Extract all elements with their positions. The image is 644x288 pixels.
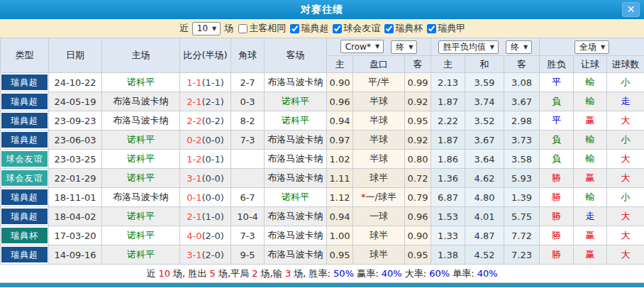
corners: 8-2 xyxy=(231,111,265,131)
fulltime-score: 4-0 xyxy=(187,231,201,241)
avg-home-odds: 2.22 xyxy=(431,111,465,131)
home-team: 诺科平 xyxy=(102,150,180,169)
avg-home-odds: 1.38 xyxy=(431,245,465,265)
handicap-line: 球半 xyxy=(370,230,388,240)
fulltime-score: 0-2 xyxy=(187,135,201,145)
league-super-checkbox[interactable] xyxy=(290,24,299,33)
filter-league-super[interactable]: 瑞典超 xyxy=(287,22,328,35)
dialog-title: 对赛往绩 xyxy=(301,4,343,16)
handicap-home-odds: 0.97 xyxy=(327,131,353,150)
fulltime-score: 0-1 xyxy=(187,192,201,203)
league-first-checkbox[interactable] xyxy=(427,24,436,33)
period-select[interactable]: 全场 xyxy=(574,40,609,54)
handicap-home-odds: 0.94 xyxy=(327,207,353,226)
avg-away-odds: 5.75 xyxy=(504,207,540,226)
home-team: 诺科平 xyxy=(102,73,180,92)
fulltime-score: 2-2 xyxy=(187,116,201,126)
bookmaker-select[interactable]: Crow* xyxy=(340,40,384,53)
wdl-result: 負 xyxy=(540,92,574,111)
handicap-home-odds: 1.12 xyxy=(327,188,353,207)
fulltime-score: 2-1 xyxy=(187,211,201,222)
handicap-result: 赢 xyxy=(574,169,607,188)
corners xyxy=(231,169,265,188)
avg-time-select[interactable]: 终 xyxy=(506,40,532,54)
col-header-date: 日期 xyxy=(49,38,102,73)
match-date: 14-09-16 xyxy=(49,245,102,265)
league-badge: 瑞典杯 xyxy=(1,228,48,243)
handicap-line: 球半 xyxy=(370,172,388,183)
summary-segment: 场,输 xyxy=(257,267,284,280)
avg-draw-odds: 4.52 xyxy=(465,245,504,265)
avg-draw-odds: 4.80 xyxy=(465,188,504,207)
score-cell: 0-1(0-0) xyxy=(180,188,231,207)
summary-segment: 2 xyxy=(252,268,257,279)
halftime-score: (0-1) xyxy=(201,154,223,165)
summary-segment: 赢率: xyxy=(354,267,382,280)
avg-odds-select[interactable]: 胜平负均值 xyxy=(438,40,499,54)
handicap-line-cell: 球半 xyxy=(353,245,405,265)
cup-checkbox[interactable] xyxy=(384,24,394,33)
goals-result: 大 xyxy=(607,207,644,226)
handicap-home-odds: 0.94 xyxy=(327,111,353,131)
avg-draw-odds: 3.74 xyxy=(465,92,504,111)
league-badge: 瑞典超 xyxy=(1,74,48,90)
match-date: 23-09-23 xyxy=(49,111,102,131)
away-team: 诺科平 xyxy=(265,188,327,207)
score-cell: 1-2(0-1) xyxy=(180,150,231,169)
fulltime-score: 3-1 xyxy=(187,250,201,260)
handicap-away-odds: 0.80 xyxy=(405,150,431,169)
fulltime-score: 1-2 xyxy=(187,154,201,165)
filter-cup[interactable]: 瑞典杯 xyxy=(382,22,423,35)
same-venue-checkbox[interactable] xyxy=(238,24,248,33)
league-type-cell: 球会友谊 xyxy=(1,150,49,169)
filter-club-friendly[interactable]: 球会友谊 xyxy=(330,22,380,35)
close-button[interactable]: ✕ xyxy=(622,2,640,17)
filter-bar: 近 10 场 主客相同 瑞典超 球会友谊 瑞典杯 瑞典甲 xyxy=(0,19,644,38)
avg-home-odds: 1.87 xyxy=(431,131,465,150)
league-type-cell: 瑞典杯 xyxy=(1,226,49,245)
avg-away-odds: 3.08 xyxy=(504,73,540,92)
handicap-line-cell: 球半 xyxy=(353,169,405,188)
cup-label: 瑞典杯 xyxy=(395,22,423,35)
handicap-home-odds: 1.11 xyxy=(327,169,353,188)
recent-count-select[interactable]: 10 xyxy=(192,22,221,35)
filter-same-venue[interactable]: 主客相同 xyxy=(235,22,286,35)
corners: 10-4 xyxy=(231,207,265,226)
avg-draw-odds: 3.64 xyxy=(465,150,504,169)
handicap-line-cell: 半球 xyxy=(353,150,405,169)
handicap-line-cell: *一/球半 xyxy=(353,188,405,207)
away-team: 布洛马波卡纳 xyxy=(265,226,327,245)
handicap-time-select[interactable]: 终 xyxy=(391,40,417,54)
wdl-result: 勝 xyxy=(540,245,574,265)
avg-draw-odds: 4.62 xyxy=(465,169,504,188)
table-row: 瑞典超 18-11-01 布洛马波卡纳 0-1(0-0) 6-7 诺科平 1.1… xyxy=(1,188,644,207)
score-cell: 2-1(2-1) xyxy=(180,92,231,111)
handicap-result: 輸 xyxy=(574,131,607,150)
filter-league-first[interactable]: 瑞典甲 xyxy=(424,22,465,35)
club-friendly-checkbox[interactable] xyxy=(333,24,342,33)
fulltime-score: 1-1 xyxy=(187,77,201,88)
handicap-result: 輸 xyxy=(574,73,607,92)
avg-away-odds: 3.58 xyxy=(504,150,540,169)
corners xyxy=(231,150,265,169)
wdl-result: 負 xyxy=(540,131,574,150)
history-table: 类型 日期 主场 比分(半场) 角球 客场 Crow* 终 胜平负均值 终 全场 xyxy=(0,38,644,265)
handicap-away-odds: 0.72 xyxy=(405,169,431,188)
goals-result: 小 xyxy=(607,131,644,150)
avg-away-odds: 5.93 xyxy=(504,169,540,188)
recent-label: 近 xyxy=(179,22,189,35)
match-date: 17-03-20 xyxy=(49,226,102,245)
handicap-home-odds: 0.96 xyxy=(327,92,353,111)
avg-away-odds: 7.23 xyxy=(504,245,540,265)
history-table-body: 瑞典超 24-10-22 诺科平 1-1(1-1) 2-7 布洛马波卡纳 0.9… xyxy=(1,73,644,265)
handicap-away-odds: 0.95 xyxy=(405,111,431,131)
handicap-line: 半球 xyxy=(370,153,388,164)
home-team: 布洛马波卡纳 xyxy=(102,92,180,111)
away-team: 布洛马波卡纳 xyxy=(265,169,327,188)
fulltime-score: 3-1 xyxy=(187,173,201,184)
league-type-cell: 球会友谊 xyxy=(1,169,49,188)
col-header-score: 比分(半场) xyxy=(180,38,231,73)
recent-count-value: 10 xyxy=(197,23,208,33)
goals-result: 大 xyxy=(607,111,644,131)
match-date: 23-03-25 xyxy=(49,150,102,169)
